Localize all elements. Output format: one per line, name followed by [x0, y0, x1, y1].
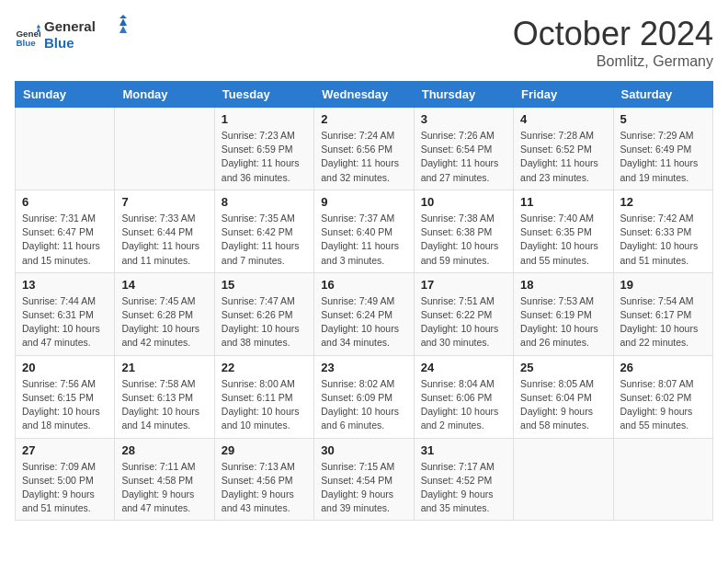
day-number: 30 [321, 443, 406, 457]
calendar-cell: 29Sunrise: 7:13 AMSunset: 4:56 PMDayligh… [214, 438, 313, 521]
day-number: 7 [121, 195, 207, 209]
day-info: Sunrise: 7:58 AMSunset: 6:13 PMDaylight:… [121, 377, 207, 433]
calendar-cell: 6Sunrise: 7:31 AMSunset: 6:47 PMDaylight… [16, 190, 115, 272]
calendar-cell: 10Sunrise: 7:38 AMSunset: 6:38 PMDayligh… [414, 190, 513, 272]
calendar-table: SundayMondayTuesdayWednesdayThursdayFrid… [15, 81, 713, 521]
calendar-cell: 1Sunrise: 7:23 AMSunset: 6:59 PMDaylight… [214, 108, 313, 190]
calendar-cell: 19Sunrise: 7:54 AMSunset: 6:17 PMDayligh… [613, 272, 712, 355]
calendar-cell: 5Sunrise: 7:29 AMSunset: 6:49 PMDaylight… [613, 108, 712, 190]
day-number: 11 [520, 195, 606, 209]
day-info: Sunrise: 8:05 AMSunset: 6:04 PMDaylight:… [520, 377, 606, 433]
day-number: 25 [520, 361, 606, 374]
day-info: Sunrise: 7:51 AMSunset: 6:22 PMDaylight:… [421, 294, 506, 350]
weekday-header-tuesday: Tuesday [214, 82, 313, 108]
calendar-cell: 14Sunrise: 7:45 AMSunset: 6:28 PMDayligh… [115, 272, 214, 355]
calendar-cell: 30Sunrise: 7:15 AMSunset: 4:54 PMDayligh… [314, 438, 414, 521]
day-info: Sunrise: 7:15 AMSunset: 4:54 PMDaylight:… [321, 460, 406, 516]
day-number: 18 [520, 278, 606, 292]
month-title: October 2024 [513, 15, 713, 53]
calendar-cell [514, 438, 613, 521]
day-info: Sunrise: 7:31 AMSunset: 6:47 PMDaylight:… [22, 212, 108, 268]
day-number: 13 [22, 278, 108, 292]
day-number: 29 [222, 443, 307, 457]
day-number: 23 [321, 361, 406, 374]
day-info: Sunrise: 7:29 AMSunset: 6:49 PMDaylight:… [620, 129, 706, 185]
location-subtitle: Bomlitz, Germany [513, 53, 713, 70]
logo: General Blue General Blue [15, 15, 127, 57]
calendar-cell: 11Sunrise: 7:40 AMSunset: 6:35 PMDayligh… [514, 190, 613, 272]
day-number: 10 [421, 195, 506, 209]
day-info: Sunrise: 7:24 AMSunset: 6:56 PMDaylight:… [321, 129, 406, 185]
day-info: Sunrise: 7:49 AMSunset: 6:24 PMDaylight:… [321, 294, 406, 350]
day-number: 1 [222, 112, 307, 126]
calendar-week-row: 6Sunrise: 7:31 AMSunset: 6:47 PMDaylight… [16, 190, 713, 272]
day-number: 19 [620, 278, 706, 292]
calendar-cell [115, 108, 214, 190]
svg-marker-6 [119, 15, 127, 18]
calendar-cell: 24Sunrise: 8:04 AMSunset: 6:06 PMDayligh… [414, 355, 513, 438]
day-number: 9 [321, 195, 406, 209]
day-number: 15 [222, 278, 307, 292]
weekday-header-saturday: Saturday [613, 82, 712, 108]
calendar-cell: 17Sunrise: 7:51 AMSunset: 6:22 PMDayligh… [414, 272, 513, 355]
day-info: Sunrise: 7:53 AMSunset: 6:19 PMDaylight:… [520, 294, 606, 350]
weekday-header-friday: Friday [514, 82, 613, 108]
day-info: Sunrise: 8:07 AMSunset: 6:02 PMDaylight:… [620, 377, 706, 433]
calendar-cell: 16Sunrise: 7:49 AMSunset: 6:24 PMDayligh… [314, 272, 414, 355]
day-info: Sunrise: 7:37 AMSunset: 6:40 PMDaylight:… [321, 212, 406, 268]
day-number: 16 [321, 278, 406, 292]
day-number: 27 [22, 443, 108, 457]
title-block: October 2024 Bomlitz, Germany [513, 15, 713, 70]
calendar-cell: 15Sunrise: 7:47 AMSunset: 6:26 PMDayligh… [214, 272, 313, 355]
calendar-cell: 22Sunrise: 8:00 AMSunset: 6:11 PMDayligh… [214, 355, 313, 438]
svg-text:Blue: Blue [44, 35, 74, 51]
calendar-cell: 9Sunrise: 7:37 AMSunset: 6:40 PMDaylight… [314, 190, 414, 272]
logo-text: General Blue [44, 15, 127, 57]
day-number: 12 [620, 195, 706, 209]
weekday-header-wednesday: Wednesday [314, 82, 414, 108]
day-info: Sunrise: 7:54 AMSunset: 6:17 PMDaylight:… [620, 294, 706, 350]
calendar-cell: 23Sunrise: 8:02 AMSunset: 6:09 PMDayligh… [314, 355, 414, 438]
day-info: Sunrise: 7:33 AMSunset: 6:44 PMDaylight:… [121, 212, 207, 268]
svg-marker-2 [37, 24, 40, 28]
day-info: Sunrise: 7:28 AMSunset: 6:52 PMDaylight:… [520, 129, 606, 185]
day-number: 21 [121, 361, 207, 374]
calendar-cell: 7Sunrise: 7:33 AMSunset: 6:44 PMDaylight… [115, 190, 214, 272]
day-info: Sunrise: 8:02 AMSunset: 6:09 PMDaylight:… [321, 377, 406, 433]
calendar-week-row: 20Sunrise: 7:56 AMSunset: 6:15 PMDayligh… [16, 355, 713, 438]
calendar-cell: 2Sunrise: 7:24 AMSunset: 6:56 PMDaylight… [314, 108, 414, 190]
calendar-cell: 20Sunrise: 7:56 AMSunset: 6:15 PMDayligh… [16, 355, 115, 438]
weekday-header-sunday: Sunday [16, 82, 115, 108]
calendar-cell: 8Sunrise: 7:35 AMSunset: 6:42 PMDaylight… [214, 190, 313, 272]
calendar-cell: 4Sunrise: 7:28 AMSunset: 6:52 PMDaylight… [514, 108, 613, 190]
calendar-week-row: 1Sunrise: 7:23 AMSunset: 6:59 PMDaylight… [16, 108, 713, 190]
day-info: Sunrise: 7:35 AMSunset: 6:42 PMDaylight:… [222, 212, 307, 268]
day-info: Sunrise: 7:44 AMSunset: 6:31 PMDaylight:… [22, 294, 108, 350]
svg-marker-8 [119, 26, 127, 33]
day-info: Sunrise: 8:04 AMSunset: 6:06 PMDaylight:… [421, 377, 506, 433]
day-info: Sunrise: 7:26 AMSunset: 6:54 PMDaylight:… [421, 129, 506, 185]
svg-text:General: General [44, 18, 96, 34]
day-info: Sunrise: 7:13 AMSunset: 4:56 PMDaylight:… [222, 460, 307, 516]
svg-marker-7 [119, 18, 127, 26]
day-number: 5 [620, 112, 706, 126]
day-number: 24 [421, 361, 506, 374]
day-number: 22 [222, 361, 307, 374]
calendar-cell: 27Sunrise: 7:09 AMSunset: 5:00 PMDayligh… [16, 438, 115, 521]
calendar-cell [613, 438, 712, 521]
day-info: Sunrise: 7:09 AMSunset: 5:00 PMDaylight:… [22, 460, 108, 516]
day-number: 26 [620, 361, 706, 374]
logo-icon: General Blue [15, 23, 40, 49]
day-info: Sunrise: 7:23 AMSunset: 6:59 PMDaylight:… [222, 129, 307, 185]
calendar-header-row: SundayMondayTuesdayWednesdayThursdayFrid… [16, 82, 713, 108]
day-info: Sunrise: 7:38 AMSunset: 6:38 PMDaylight:… [421, 212, 506, 268]
day-info: Sunrise: 7:45 AMSunset: 6:28 PMDaylight:… [121, 294, 207, 350]
day-number: 17 [421, 278, 506, 292]
day-number: 14 [121, 278, 207, 292]
calendar-cell: 12Sunrise: 7:42 AMSunset: 6:33 PMDayligh… [613, 190, 712, 272]
weekday-header-monday: Monday [115, 82, 214, 108]
calendar-cell: 25Sunrise: 8:05 AMSunset: 6:04 PMDayligh… [514, 355, 613, 438]
calendar-cell: 31Sunrise: 7:17 AMSunset: 4:52 PMDayligh… [414, 438, 513, 521]
day-info: Sunrise: 7:56 AMSunset: 6:15 PMDaylight:… [22, 377, 108, 433]
day-number: 28 [121, 443, 207, 457]
